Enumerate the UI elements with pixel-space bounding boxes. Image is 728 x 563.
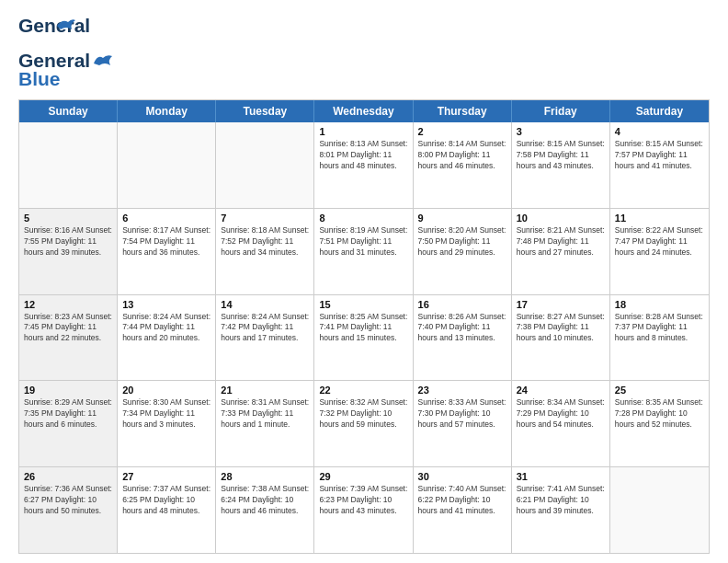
calendar-cell: 10Sunrise: 8:21 AM Sunset: 7:48 PM Dayli… [512, 209, 610, 294]
weekday-header-friday: Friday [512, 100, 610, 122]
calendar-cell: 19Sunrise: 8:29 AM Sunset: 7:35 PM Dayli… [19, 381, 118, 466]
cell-info: Sunrise: 8:14 AM Sunset: 8:00 PM Dayligh… [418, 139, 506, 172]
cell-info: Sunrise: 8:33 AM Sunset: 7:30 PM Dayligh… [418, 397, 506, 431]
cell-info: Sunrise: 7:41 AM Sunset: 6:21 PM Dayligh… [517, 484, 605, 517]
cell-date-number: 12 [24, 299, 112, 310]
calendar-cell [610, 467, 709, 553]
calendar-cell: 27Sunrise: 7:37 AM Sunset: 6:25 PM Dayli… [118, 467, 216, 553]
weekday-header-thursday: Thursday [414, 100, 512, 122]
cell-info: Sunrise: 8:17 AM Sunset: 7:54 PM Dayligh… [122, 225, 210, 259]
cell-info: Sunrise: 8:19 AM Sunset: 7:51 PM Dayligh… [319, 225, 407, 259]
calendar-row: 26Sunrise: 7:36 AM Sunset: 6:27 PM Dayli… [19, 467, 709, 553]
cell-info: Sunrise: 8:24 AM Sunset: 7:42 PM Dayligh… [221, 312, 309, 345]
cell-info: Sunrise: 8:16 AM Sunset: 7:55 PM Dayligh… [24, 225, 112, 259]
cell-date-number: 5 [24, 213, 112, 224]
cell-date-number: 4 [615, 126, 704, 137]
cell-info: Sunrise: 8:31 AM Sunset: 7:33 PM Dayligh… [221, 397, 309, 431]
calendar-cell: 2Sunrise: 8:14 AM Sunset: 8:00 PM Daylig… [414, 122, 512, 208]
cell-date-number: 16 [418, 299, 506, 310]
cell-info: Sunrise: 8:21 AM Sunset: 7:48 PM Dayligh… [517, 225, 605, 259]
cell-info: Sunrise: 8:34 AM Sunset: 7:29 PM Dayligh… [517, 397, 605, 431]
cell-info: Sunrise: 8:26 AM Sunset: 7:40 PM Dayligh… [418, 312, 506, 345]
calendar: SundayMondayTuesdayWednesdayThursdayFrid… [18, 99, 710, 554]
cell-date-number: 29 [319, 471, 407, 482]
calendar-cell: 3Sunrise: 8:15 AM Sunset: 7:58 PM Daylig… [512, 122, 610, 208]
cell-info: Sunrise: 8:23 AM Sunset: 7:45 PM Dayligh… [24, 312, 112, 345]
calendar-cell: 21Sunrise: 8:31 AM Sunset: 7:33 PM Dayli… [216, 381, 314, 466]
calendar-cell [118, 122, 216, 208]
cell-date-number: 30 [418, 471, 506, 482]
cell-date-number: 20 [122, 385, 210, 396]
cell-date-number: 15 [319, 299, 407, 310]
cell-date-number: 3 [517, 126, 605, 137]
calendar-cell: 17Sunrise: 8:27 AM Sunset: 7:38 PM Dayli… [512, 295, 610, 381]
calendar-cell: 9Sunrise: 8:20 AM Sunset: 7:50 PM Daylig… [414, 209, 512, 294]
logo-wave-icon [92, 51, 114, 67]
cell-date-number: 21 [221, 385, 309, 396]
cell-info: Sunrise: 7:38 AM Sunset: 6:24 PM Dayligh… [221, 484, 309, 517]
cell-date-number: 17 [517, 299, 605, 310]
cell-date-number: 26 [24, 471, 112, 482]
calendar-cell: 7Sunrise: 8:18 AM Sunset: 7:52 PM Daylig… [216, 209, 314, 294]
cell-info: Sunrise: 8:15 AM Sunset: 7:57 PM Dayligh… [615, 139, 704, 172]
weekday-header-tuesday: Tuesday [216, 100, 314, 122]
calendar-cell: 6Sunrise: 8:17 AM Sunset: 7:54 PM Daylig… [118, 209, 216, 294]
cell-info: Sunrise: 8:28 AM Sunset: 7:37 PM Dayligh… [615, 312, 704, 345]
calendar-cell: 16Sunrise: 8:26 AM Sunset: 7:40 PM Dayli… [414, 295, 512, 381]
cell-date-number: 9 [418, 213, 506, 224]
cell-info: Sunrise: 7:39 AM Sunset: 6:23 PM Dayligh… [319, 484, 407, 517]
calendar-cell: 4Sunrise: 8:15 AM Sunset: 7:57 PM Daylig… [610, 122, 709, 208]
cell-info: Sunrise: 8:15 AM Sunset: 7:58 PM Dayligh… [517, 139, 605, 172]
calendar-row: 19Sunrise: 8:29 AM Sunset: 7:35 PM Dayli… [19, 381, 709, 467]
calendar-cell: 15Sunrise: 8:25 AM Sunset: 7:41 PM Dayli… [314, 295, 413, 381]
calendar-cell: 26Sunrise: 7:36 AM Sunset: 6:27 PM Dayli… [19, 467, 118, 553]
calendar-header: SundayMondayTuesdayWednesdayThursdayFrid… [19, 100, 709, 122]
calendar-cell: 13Sunrise: 8:24 AM Sunset: 7:44 PM Dayli… [118, 295, 216, 381]
calendar-cell: 24Sunrise: 8:34 AM Sunset: 7:29 PM Dayli… [512, 381, 610, 466]
cell-date-number: 19 [24, 385, 112, 396]
cell-date-number: 18 [615, 299, 704, 310]
calendar-cell: 1Sunrise: 8:13 AM Sunset: 8:01 PM Daylig… [314, 122, 413, 208]
calendar-cell [19, 122, 118, 208]
cell-info: Sunrise: 8:18 AM Sunset: 7:52 PM Dayligh… [221, 225, 309, 259]
cell-info: Sunrise: 7:36 AM Sunset: 6:27 PM Dayligh… [24, 484, 112, 517]
cell-info: Sunrise: 8:25 AM Sunset: 7:41 PM Dayligh… [319, 312, 407, 345]
calendar-cell: 20Sunrise: 8:30 AM Sunset: 7:34 PM Dayli… [118, 381, 216, 466]
calendar-row: 5Sunrise: 8:16 AM Sunset: 7:55 PM Daylig… [19, 209, 709, 295]
cell-date-number: 27 [122, 471, 210, 482]
weekday-header-monday: Monday [118, 100, 216, 122]
weekday-header-sunday: Sunday [19, 100, 118, 122]
cell-date-number: 2 [418, 126, 506, 137]
weekday-header-wednesday: Wednesday [314, 100, 413, 122]
calendar-cell: 11Sunrise: 8:22 AM Sunset: 7:47 PM Dayli… [610, 209, 709, 294]
cell-date-number: 25 [615, 385, 704, 396]
cell-date-number: 1 [319, 126, 407, 137]
calendar-cell: 22Sunrise: 8:32 AM Sunset: 7:32 PM Dayli… [314, 381, 413, 466]
calendar-body: 1Sunrise: 8:13 AM Sunset: 8:01 PM Daylig… [19, 122, 709, 553]
calendar-cell: 25Sunrise: 8:35 AM Sunset: 7:28 PM Dayli… [610, 381, 709, 466]
weekday-header-saturday: Saturday [610, 100, 709, 122]
cell-info: Sunrise: 8:20 AM Sunset: 7:50 PM Dayligh… [418, 225, 506, 259]
cell-info: Sunrise: 7:37 AM Sunset: 6:25 PM Dayligh… [122, 484, 210, 517]
logo-bird-icon [55, 17, 75, 33]
cell-date-number: 6 [122, 213, 210, 224]
cell-date-number: 13 [122, 299, 210, 310]
cell-date-number: 11 [615, 213, 704, 224]
cell-info: Sunrise: 8:29 AM Sunset: 7:35 PM Dayligh… [24, 397, 112, 431]
cell-date-number: 31 [517, 471, 605, 482]
cell-info: Sunrise: 8:27 AM Sunset: 7:38 PM Dayligh… [517, 312, 605, 345]
calendar-cell: 5Sunrise: 8:16 AM Sunset: 7:55 PM Daylig… [19, 209, 118, 294]
calendar-row: 12Sunrise: 8:23 AM Sunset: 7:45 PM Dayli… [19, 295, 709, 382]
calendar-cell: 14Sunrise: 8:24 AM Sunset: 7:42 PM Dayli… [216, 295, 314, 381]
calendar-cell: 31Sunrise: 7:41 AM Sunset: 6:21 PM Dayli… [512, 467, 610, 553]
cell-info: Sunrise: 8:30 AM Sunset: 7:34 PM Dayligh… [122, 397, 210, 431]
calendar-cell: 28Sunrise: 7:38 AM Sunset: 6:24 PM Dayli… [216, 467, 314, 553]
cell-date-number: 23 [418, 385, 506, 396]
calendar-cell [216, 122, 314, 208]
cell-date-number: 7 [221, 213, 309, 224]
cell-info: Sunrise: 7:40 AM Sunset: 6:22 PM Dayligh… [418, 484, 506, 517]
calendar-row: 1Sunrise: 8:13 AM Sunset: 8:01 PM Daylig… [19, 122, 709, 209]
cell-info: Sunrise: 8:22 AM Sunset: 7:47 PM Dayligh… [615, 225, 704, 259]
cell-info: Sunrise: 8:32 AM Sunset: 7:32 PM Dayligh… [319, 397, 407, 431]
cell-info: Sunrise: 8:13 AM Sunset: 8:01 PM Dayligh… [319, 139, 407, 172]
